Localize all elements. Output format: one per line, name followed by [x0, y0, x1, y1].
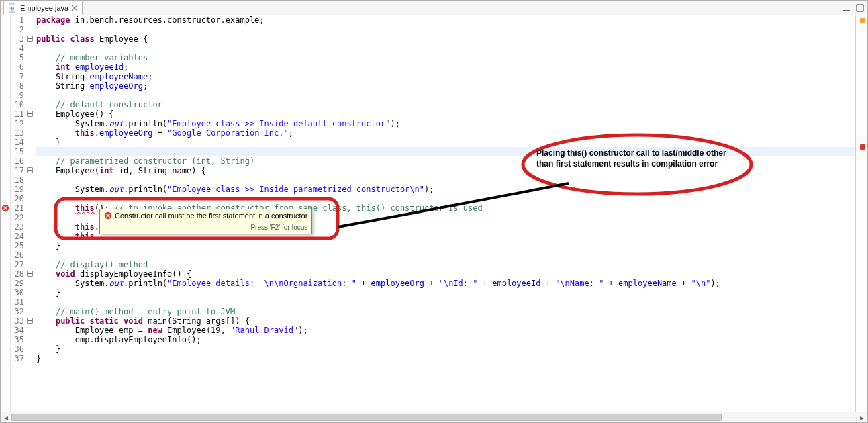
- svg-rect-3: [843, 10, 850, 11]
- error-tooltip: Constructor call must be the first state…: [99, 209, 312, 234]
- scroll-track[interactable]: [11, 414, 857, 421]
- code-line[interactable]: System.out.println("Employee class >> In…: [36, 119, 855, 128]
- marker-ruler: [1, 15, 11, 412]
- fold-toggle[interactable]: [27, 167, 33, 173]
- line-number: 29: [11, 279, 24, 288]
- line-number: 15: [11, 147, 24, 156]
- code-line[interactable]: }: [36, 344, 855, 354]
- overview-error-marker[interactable]: [860, 144, 865, 150]
- code-line[interactable]: [36, 147, 855, 156]
- code-line[interactable]: // member variables: [36, 53, 855, 62]
- code-line[interactable]: }: [36, 354, 855, 363]
- maximize-icon[interactable]: [855, 3, 865, 13]
- code-line[interactable]: String employeeOrg;: [36, 81, 855, 91]
- code-line[interactable]: // main() method - entry point to JVM: [36, 307, 855, 316]
- line-number: 34: [11, 326, 24, 335]
- svg-rect-4: [857, 5, 863, 11]
- code-line[interactable]: System.out.println("Employee details: \n…: [36, 279, 855, 288]
- line-number: 35: [11, 335, 24, 344]
- tab-bar: J Employee.java: [1, 1, 867, 15]
- code-line[interactable]: Employee() {: [36, 109, 855, 119]
- code-line[interactable]: [36, 91, 855, 100]
- scroll-left-button[interactable]: ◂: [1, 412, 11, 423]
- line-number: 9: [11, 91, 24, 100]
- line-number: 7: [11, 72, 24, 81]
- code-line[interactable]: Employee emp = new Employee(19, "Rahul D…: [36, 326, 855, 335]
- svg-text:J: J: [11, 7, 13, 11]
- tooltip-message: Constructor call must be the first state…: [115, 211, 307, 220]
- tab-toolbar: [842, 3, 865, 13]
- minimize-icon[interactable]: [842, 3, 851, 13]
- code-line[interactable]: }: [36, 241, 855, 250]
- line-number: 6: [11, 62, 24, 72]
- line-number: 12: [11, 119, 24, 128]
- line-number: 1: [11, 15, 24, 25]
- line-number-gutter: 1234567891011121314151617181920212223242…: [11, 15, 27, 412]
- code-line[interactable]: // default constructor: [36, 100, 855, 109]
- error-icon: [104, 211, 112, 220]
- tooltip-hint: Press 'F2' for focus: [100, 222, 311, 234]
- code-line[interactable]: this.employeeOrg = "Google Corporation I…: [36, 128, 855, 138]
- line-number: 8: [11, 81, 24, 91]
- code-line[interactable]: [36, 297, 855, 307]
- line-number: 10: [11, 100, 24, 109]
- code-editor[interactable]: 1234567891011121314151617181920212223242…: [1, 15, 867, 412]
- code-line[interactable]: // display() method: [36, 260, 855, 269]
- scroll-right-button[interactable]: ▸: [857, 412, 867, 423]
- line-number: 36: [11, 344, 24, 354]
- fold-toggle[interactable]: [27, 111, 33, 117]
- line-number: 13: [11, 128, 24, 138]
- fold-toggle[interactable]: [27, 36, 33, 42]
- java-file-icon: J: [8, 3, 17, 13]
- code-line[interactable]: // parametrized constructor (int, String…: [36, 156, 855, 166]
- line-number: 22: [11, 213, 24, 222]
- line-number: 17: [11, 166, 24, 175]
- line-number: 23: [11, 222, 24, 232]
- horizontal-scrollbar[interactable]: ◂ ▸: [1, 412, 867, 422]
- code-line[interactable]: int employeeId;: [36, 62, 855, 72]
- file-tab[interactable]: J Employee.java: [3, 1, 83, 15]
- code-line[interactable]: void displayEmployeeInfo() {: [36, 269, 855, 279]
- line-number: 14: [11, 138, 24, 147]
- fold-ruler: [27, 15, 34, 412]
- line-number: 27: [11, 260, 24, 269]
- code-line[interactable]: [36, 44, 855, 53]
- line-number: 3: [11, 34, 24, 44]
- editor-window: J Employee.java 123456789101112131415161…: [0, 0, 868, 423]
- close-icon[interactable]: [71, 5, 78, 11]
- code-line[interactable]: }: [36, 288, 855, 297]
- line-number: 21: [11, 203, 24, 213]
- line-number: 30: [11, 288, 24, 297]
- tab-filename: Employee.java: [20, 4, 68, 12]
- line-number: 24: [11, 232, 24, 241]
- line-number: 20: [11, 194, 24, 203]
- code-area[interactable]: package in.bench.resources.constructor.e…: [34, 15, 855, 412]
- code-line[interactable]: [36, 250, 855, 260]
- line-number: 31: [11, 297, 24, 307]
- overview-ruler[interactable]: [855, 15, 867, 412]
- code-line[interactable]: package in.bench.resources.constructor.e…: [36, 15, 855, 25]
- line-number: 16: [11, 156, 24, 166]
- fold-toggle[interactable]: [27, 318, 33, 324]
- code-line[interactable]: Employee(int id, String name) {: [36, 166, 855, 175]
- code-line[interactable]: }: [36, 138, 855, 147]
- code-line[interactable]: System.out.println("Employee class >> In…: [36, 185, 855, 194]
- code-line[interactable]: [36, 194, 855, 203]
- line-number: 33: [11, 316, 24, 326]
- line-number: 5: [11, 53, 24, 62]
- overview-warning-marker[interactable]: [860, 18, 865, 23]
- line-number: 37: [11, 354, 24, 363]
- fold-toggle[interactable]: [27, 271, 33, 277]
- line-number: 11: [11, 109, 24, 119]
- code-line[interactable]: public static void main(String args[]) {: [36, 316, 855, 326]
- line-number: 19: [11, 185, 24, 194]
- code-line[interactable]: public class Employee {: [36, 34, 855, 44]
- scroll-thumb[interactable]: [11, 414, 722, 421]
- code-line[interactable]: [36, 175, 855, 185]
- code-line[interactable]: String employeeName;: [36, 72, 855, 81]
- code-line[interactable]: [36, 25, 855, 34]
- gutter-error-icon[interactable]: [1, 204, 9, 214]
- line-number: 28: [11, 269, 24, 279]
- line-number: 2: [11, 25, 24, 34]
- code-line[interactable]: emp.displayEmployeeInfo();: [36, 335, 855, 344]
